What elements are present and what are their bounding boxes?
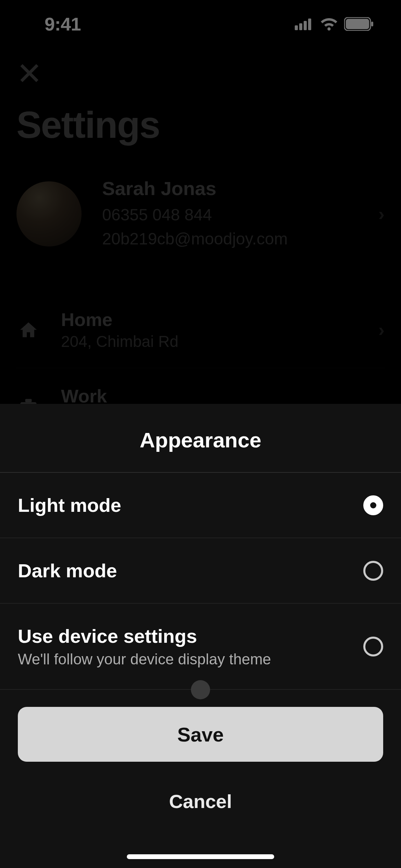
touch-indicator [191, 680, 210, 699]
save-button[interactable]: Save [18, 707, 383, 762]
appearance-sheet: Appearance Light mode Dark mode Use devi… [0, 404, 401, 868]
radio-unselected-icon[interactable] [363, 561, 383, 581]
option-light-mode[interactable]: Light mode [0, 473, 401, 538]
option-label: Use device settings [18, 625, 271, 647]
home-indicator[interactable] [127, 854, 274, 859]
option-label: Light mode [18, 494, 121, 516]
sheet-title: Appearance [0, 428, 401, 452]
cancel-button[interactable]: Cancel [18, 775, 383, 827]
radio-selected-icon[interactable] [363, 495, 383, 515]
option-device-settings[interactable]: Use device settings We'll follow your de… [0, 604, 401, 690]
option-dark-mode[interactable]: Dark mode [0, 538, 401, 604]
option-sublabel: We'll follow your device display theme [18, 651, 271, 668]
radio-unselected-icon[interactable] [363, 637, 383, 656]
sheet-header: Appearance [0, 404, 401, 473]
option-label: Dark mode [18, 559, 117, 582]
